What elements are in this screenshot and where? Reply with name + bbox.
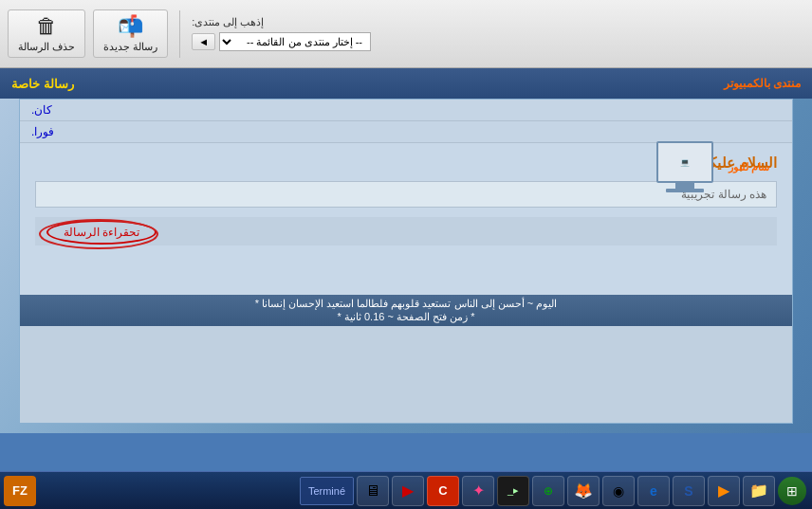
terminé-button[interactable]: Terminé [300, 477, 354, 505]
taskbar-folder-btn[interactable]: 📁 [743, 476, 775, 506]
main-content: منتدى بالكمبيوتر رسالة خاصة سام للنور 💻 … [0, 68, 812, 471]
pc-monitor: 💻 [656, 141, 713, 183]
delete-message-icon: 🗑 [36, 14, 57, 39]
taskbar: ⊞ 📁 ▶ S e ◉ 🦊 ⊕ ▸_ ✦ C ▶ 🖥 Terminé FZ [0, 471, 812, 509]
taskbar-filezilla-btn[interactable]: FZ [4, 476, 36, 506]
media2-icon: ▶ [402, 482, 414, 500]
taskbar-firefox-btn[interactable]: 🦊 [567, 476, 600, 506]
windows-icon: ⊞ [786, 483, 798, 499]
word-icon: S [684, 483, 692, 499]
terminal-icon: ▸_ [508, 484, 519, 497]
pc-icon: 💻 [647, 134, 723, 200]
new-message-icon: 📬 [118, 14, 143, 39]
status-line-1: اليوم ~ أحسن إلى الناس تستعيد قلوبهم فلط… [255, 298, 557, 310]
new-message-button[interactable]: 📬 رسالة جديدة [93, 9, 168, 58]
forum-title: رسالة خاصة [11, 77, 74, 91]
goto-label: إذهب إلى منتدى: [192, 16, 264, 28]
folder-icon: 📁 [749, 482, 768, 500]
delete-message-button[interactable]: 🗑 حذف الرسالة [8, 9, 85, 58]
media-icon: ▶ [718, 482, 729, 500]
message-to-value: فورا. [31, 125, 54, 138]
forum-status-bar: اليوم ~ أحسن إلى الناس تستعيد قلوبهم فلط… [20, 295, 792, 326]
taskbar-ccleaner-btn[interactable]: C [427, 476, 459, 506]
forum-container: سام للنور 💻 كان. فورا. photobucket السلا… [19, 99, 793, 424]
taskbar-media-btn[interactable]: ▶ [708, 476, 740, 506]
pc-screen-content: 💻 [680, 158, 690, 167]
taskbar-ie-btn[interactable]: e [637, 476, 670, 506]
logo-text: منتدى بالكمبيوتر [724, 77, 801, 90]
forum-brand: سام للنور [729, 161, 769, 173]
ccleaner-icon: C [438, 483, 447, 498]
toolbar-separator [179, 10, 180, 58]
receipt-oval-svg [37, 217, 160, 251]
taskbar-chrome-btn[interactable]: ◉ [602, 476, 635, 506]
start-button[interactable]: ⊞ [778, 477, 806, 505]
network-icon: 🖥 [365, 482, 380, 500]
goto-select-row: -- إختار منتدى من القائمة -- ◄ [192, 32, 371, 51]
goto-select[interactable]: -- إختار منتدى من القائمة -- [219, 32, 371, 51]
delete-message-label: حذف الرسالة [18, 41, 75, 53]
taskbar-terminal-btn[interactable]: ▸_ [497, 476, 529, 506]
ie-icon: e [650, 483, 657, 499]
toolbar: إذهب إلى منتدى: -- إختار منتدى من القائم… [0, 0, 812, 68]
taskbar-media2-btn[interactable]: ▶ [392, 476, 424, 506]
taskbar-network-btn[interactable]: 🖥 [357, 476, 389, 506]
svg-point-0 [40, 220, 157, 248]
terminé-label: Terminé [308, 485, 345, 497]
taskbar-star-btn[interactable]: ✦ [462, 476, 494, 506]
firefox-icon: 🦊 [574, 482, 593, 500]
pc-icon-area: سام للنور 💻 [647, 134, 769, 200]
status-line-2: * زمن فتح الصفحة ~ 0.16 ثانية * [338, 311, 475, 323]
taskbar-install-btn[interactable]: ⊕ [532, 476, 564, 506]
forum-header: منتدى بالكمبيوتر رسالة خاصة [0, 68, 812, 99]
taskbar-word-btn[interactable]: S [673, 476, 705, 506]
new-message-label: رسالة جديدة [103, 41, 157, 53]
star-icon: ✦ [472, 482, 485, 500]
message-from-value: كان. [31, 103, 52, 117]
chrome-icon: ◉ [613, 483, 624, 499]
forum-logo: منتدى بالكمبيوتر [724, 77, 801, 90]
filezilla-icon: FZ [12, 483, 28, 498]
goto-section: إذهب إلى منتدى: -- إختار منتدى من القائم… [192, 16, 371, 51]
pc-base [666, 189, 704, 192]
message-from-row: كان. [20, 100, 792, 121]
install-icon: ⊕ [544, 484, 553, 498]
goto-arrow-button[interactable]: ◄ [192, 33, 215, 50]
receipt-area: تحقراءة الرسالة [35, 217, 777, 245]
